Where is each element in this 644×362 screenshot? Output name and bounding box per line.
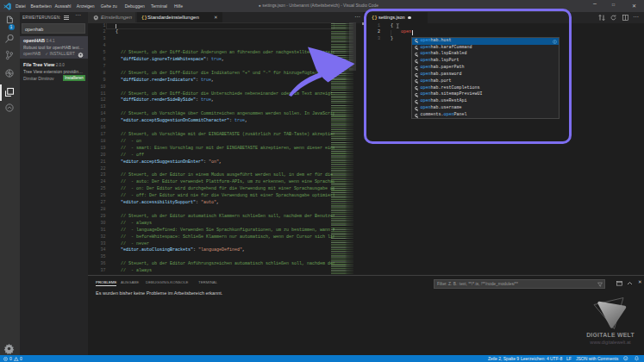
svg-text:DIGITALE WELT: DIGITALE WELT [586, 332, 635, 338]
svg-text:www.digitalewelt.at: www.digitalewelt.at [589, 340, 631, 345]
